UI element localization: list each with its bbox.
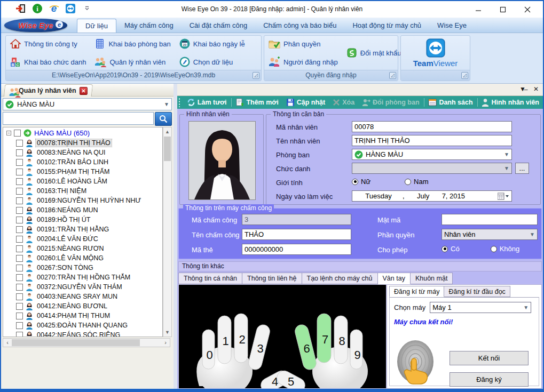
date-month[interactable]: July <box>405 192 442 200</box>
info-tab-Tạo lệnh cho máy chủ[interactable]: Tạo lệnh cho máy chủ <box>302 273 378 284</box>
info-tab-Thông tin cá nhân[interactable]: Thông tin cá nhân <box>178 273 242 284</box>
scroll-right-icon[interactable]: › <box>161 339 170 347</box>
ribbon-tab-Máy chấm công[interactable]: Máy chấm công <box>116 19 182 33</box>
employee-tree-item[interactable]: 00169:NGUYỄN THỊ HUỲNH NHƯ <box>3 196 162 205</box>
ribbon-tab-Hoạt động từ máy chủ[interactable]: Hoạt động từ máy chủ <box>344 19 429 33</box>
info-tab-Vân tay[interactable]: Vân tay <box>378 273 411 284</box>
register-button[interactable]: Đăng ký <box>450 372 529 387</box>
employee-label[interactable]: 00260:LÊ VĂN MỘNG <box>36 254 105 262</box>
date-weekday[interactable]: Tuesday <box>354 192 403 200</box>
ribbon-item-Chọn dữ liệu[interactable]: Chọn dữ liệu <box>175 54 249 69</box>
employee-label[interactable]: 00102:TRẦN BẢO LINH <box>36 158 109 166</box>
employee-checkbox[interactable] <box>16 284 23 291</box>
employee-tree-item[interactable]: 00102:TRẦN BẢO LINH <box>3 157 162 167</box>
department-combo[interactable]: HÀNG MÀU ▼ <box>352 149 512 160</box>
teamviewer-launch-button[interactable]: TeamViewer <box>401 38 470 68</box>
employee-tree-item[interactable]: 00412:NEÀNG BƯƠNL <box>3 301 162 311</box>
ribbon-tab-Wise Eye[interactable]: Wise Eye <box>429 19 475 33</box>
position-more-button[interactable]: ... <box>515 163 529 174</box>
employee-tree-item[interactable]: 00186:NEÁNG MUN <box>3 205 162 215</box>
employee-label[interactable]: 00442:NEÁNG SÓC RIÊNG <box>36 331 121 337</box>
employee-tree-item[interactable]: 00078:TRỊNH THỊ THẢO <box>3 138 162 148</box>
toolbar-button-Thêm mới[interactable]: Thêm mới <box>232 97 282 108</box>
employee-label[interactable]: 00163:THỊ NIỆM <box>36 187 88 195</box>
employee-checkbox[interactable] <box>16 255 23 262</box>
ribbon-tab-Dữ liệu[interactable]: Dữ liệu <box>77 19 116 33</box>
employee-tree-item[interactable]: 00372:NGUYỄN VĂN THÁM <box>3 282 162 292</box>
employee-checkbox[interactable] <box>16 188 23 195</box>
employee-label[interactable]: 00191:TRẦN THỊ HẰNG <box>36 226 110 233</box>
toolbar-button-Hình nhân viên[interactable]: Hình nhân viên <box>478 97 543 108</box>
tab-employee-management[interactable]: Quản lý nhân viên ✕ <box>4 84 93 97</box>
ribbon-item-Đổi mật khẩu[interactable]: Đổi mật khẩu <box>342 45 406 60</box>
employee-label[interactable]: 00078:TRỊNH THỊ THẢO <box>36 139 112 147</box>
gender-male-radio[interactable] <box>405 179 411 185</box>
employee-checkbox[interactable] <box>16 245 23 252</box>
search-input[interactable] <box>3 112 154 125</box>
employee-checkbox[interactable] <box>16 303 23 310</box>
employee-label[interactable]: 00414:PHẠM THỊ THUM <box>36 312 111 319</box>
tree-root-checkbox[interactable] <box>14 130 21 137</box>
employee-label[interactable]: 00412:NEÀNG BƯƠNL <box>36 302 108 310</box>
allow-no-radio[interactable] <box>491 246 497 252</box>
employee-label[interactable]: 00215:NÈANG RƯƠN <box>36 245 105 252</box>
toolbar-button-Danh sách[interactable]: Danh sách <box>424 97 476 108</box>
register-tab-Đăng kí từ đầu đọc[interactable]: Đăng kí từ đầu đọc <box>444 286 510 297</box>
employee-checkbox[interactable] <box>16 159 23 166</box>
dialog-launcher-icon[interactable]: ◿ <box>253 72 259 79</box>
position-combo[interactable]: ▼ <box>352 163 512 174</box>
employee-checkbox[interactable] <box>16 332 23 338</box>
scroll-up-icon[interactable]: ▲ <box>163 127 171 136</box>
employee-checkbox[interactable] <box>16 207 23 214</box>
employee-tree-item[interactable]: 00163:THỊ NIỆM <box>3 186 162 196</box>
employee-checkbox[interactable] <box>16 322 23 329</box>
employee-checkbox[interactable] <box>16 140 23 147</box>
employee-tree-item[interactable]: 00189:HỒ THỊ ÚT <box>3 215 162 225</box>
employee-checkbox[interactable] <box>16 197 23 204</box>
ribbon-item-Khai báo phòng ban[interactable]: Khai báo phòng ban <box>90 36 175 51</box>
employee-tree-item[interactable]: 00215:NÈANG RƯƠN <box>3 244 162 253</box>
employee-checkbox[interactable] <box>16 217 23 223</box>
password-field[interactable] <box>441 214 538 225</box>
ribbon-tab-Cài đặt chấm công[interactable]: Cài đặt chấm công <box>182 19 255 33</box>
card-number-field[interactable]: 0000000000 <box>242 244 351 255</box>
employee-code-field[interactable]: 00078 <box>352 121 512 132</box>
machine-name-field[interactable]: THẢO <box>242 229 351 240</box>
ribbon-item-Người đăng nhập[interactable]: Người đăng nhập <box>264 54 342 69</box>
employee-checkbox[interactable] <box>16 226 23 233</box>
minimize-button[interactable] <box>466 1 491 18</box>
scrollbar-thumb[interactable] <box>12 339 140 346</box>
employee-label[interactable]: 00267:SƠN TÒNG <box>36 264 94 271</box>
date-day-year[interactable]: 7, 2015 <box>442 192 479 200</box>
employee-label[interactable]: 00083:NEÀNG NA QUI <box>36 149 107 156</box>
close-icon[interactable]: ✕ <box>533 85 539 93</box>
scrollbar-thumb[interactable] <box>164 137 171 161</box>
toolbar-grip[interactable] <box>178 98 181 107</box>
tree-expander-icon[interactable]: − <box>6 131 11 135</box>
start-date-picker[interactable]: Tuesday , July 7, 2015 <box>352 190 512 202</box>
employee-tree-item[interactable]: 00083:NEÀNG NA QUI <box>3 148 162 157</box>
department-filter-combo[interactable]: HÀNG MÀU ▼ <box>3 98 172 110</box>
panel-splitter[interactable] <box>174 84 177 389</box>
employee-tree-item[interactable]: 00403:NEANG SRAY MUN <box>3 292 162 301</box>
employee-label[interactable]: 00189:HỒ THỊ ÚT <box>36 216 92 223</box>
employee-checkbox[interactable] <box>16 169 23 175</box>
employee-label[interactable]: 00186:NEÁNG MUN <box>36 206 99 214</box>
employee-tree-item[interactable]: 00204:LÊ VĂN ĐỨC <box>3 234 162 244</box>
employee-tree-item[interactable]: 00425:ĐOÀN THANH QUANG <box>3 321 162 330</box>
info-tab-Thông tin liên hệ[interactable]: Thông tin liên hệ <box>242 273 302 284</box>
maximize-button[interactable] <box>491 1 515 18</box>
scroll-down-icon[interactable]: ▼ <box>163 328 171 337</box>
tab-close-icon[interactable]: ✕ <box>80 87 88 95</box>
ribbon-tab-Chấm công và báo biểu[interactable]: Chấm công và báo biểu <box>255 19 344 33</box>
employee-name-field[interactable]: TRỊNH THỊ THẢO <box>352 135 512 146</box>
gender-female-radio[interactable] <box>352 179 358 185</box>
ribbon-item-Quản lý nhân viên[interactable]: Quản lý nhân viên <box>90 54 175 69</box>
calendar-dropdown-icon[interactable] <box>498 193 509 200</box>
info-tab-Khuôn mặt[interactable]: Khuôn mặt <box>411 273 453 284</box>
ribbon-item-Thông tin công ty[interactable]: Thông tin công ty <box>6 36 90 51</box>
toolbar-button-Làm tươi[interactable]: Làm tươi <box>183 97 231 108</box>
search-button[interactable] <box>155 112 172 126</box>
employee-tree-item[interactable]: 00442:NEÁNG SÓC RIÊNG <box>3 330 162 337</box>
employee-label[interactable]: 00155:PHẠM THỊ THẤM <box>36 168 111 175</box>
